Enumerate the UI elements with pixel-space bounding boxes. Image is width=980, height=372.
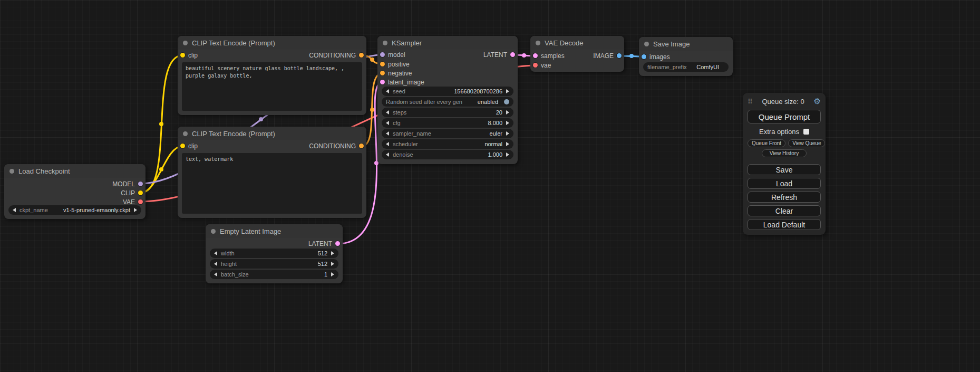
input-slot-positive[interactable]: positive [380, 60, 410, 69]
output-slot-clip[interactable]: CLIP [121, 188, 143, 197]
widget-seed[interactable]: seed 156680208700286 [382, 87, 513, 96]
widget-denoise[interactable]: denoise 1.000 [382, 150, 513, 159]
input-slot-clip[interactable]: clip [180, 141, 198, 150]
decrement-arrow-icon[interactable] [386, 110, 389, 115]
toggle-knob[interactable] [504, 99, 509, 104]
widget-random-seed-toggle[interactable]: Random seed after every gen enabled [382, 97, 513, 107]
output-slot-latent[interactable]: LATENT [308, 239, 340, 248]
load-button[interactable]: Load [748, 178, 821, 189]
prompt-textarea[interactable]: text, watermark [182, 153, 362, 214]
collapse-dot[interactable] [211, 229, 216, 234]
node-title-bar[interactable]: VAE Decode [530, 36, 624, 50]
increment-arrow-icon[interactable] [331, 262, 334, 266]
node-vae-decode[interactable]: VAE Decode samples vae IMAGE [530, 36, 624, 72]
increment-arrow-icon[interactable] [506, 152, 509, 157]
decrement-arrow-icon[interactable] [214, 272, 217, 276]
input-slot-images[interactable]: images [642, 52, 670, 61]
save-button[interactable]: Save [748, 164, 821, 175]
slot-dot-model[interactable] [138, 182, 143, 186]
view-queue-button[interactable]: View Queue [788, 139, 825, 147]
slot-dot-clip[interactable] [180, 53, 185, 58]
input-slot-model[interactable]: model [380, 50, 405, 59]
view-history-button[interactable]: View History [762, 149, 807, 157]
input-slot-samples[interactable]: samples [533, 51, 565, 60]
queue-prompt-button[interactable]: Queue Prompt [748, 110, 821, 123]
increment-arrow-icon[interactable] [506, 89, 509, 93]
slot-dot-latent[interactable] [335, 241, 340, 246]
widget-width[interactable]: width 512 [210, 249, 338, 258]
increment-arrow-icon[interactable] [134, 208, 137, 212]
widget-sampler-name[interactable]: sampler_name euler [382, 129, 513, 138]
clear-button[interactable]: Clear [748, 205, 821, 216]
slot-dot-clip[interactable] [180, 144, 185, 148]
node-save-image[interactable]: Save Image images filename_prefix ComfyU… [639, 37, 733, 76]
output-slot-conditioning[interactable]: CONDITIONING [309, 141, 364, 150]
slot-dot-latent[interactable] [510, 52, 515, 57]
collapse-dot[interactable] [383, 41, 387, 45]
slot-dot-image[interactable] [642, 54, 646, 59]
slot-dot-conditioning[interactable] [359, 53, 364, 58]
increment-arrow-icon[interactable] [506, 131, 509, 136]
increment-arrow-icon[interactable] [331, 251, 334, 255]
node-load-checkpoint[interactable]: Load Checkpoint MODEL CLIP VAE ckpt_name… [4, 164, 145, 219]
node-title-bar[interactable]: Save Image [639, 37, 733, 51]
collapse-dot[interactable] [183, 131, 188, 136]
slot-dot-image[interactable] [617, 53, 622, 58]
decrement-arrow-icon[interactable] [13, 208, 16, 212]
widget-scheduler[interactable]: scheduler normal [382, 139, 513, 149]
input-slot-vae[interactable]: vae [533, 61, 551, 70]
widget-batch-size[interactable]: batch_size 1 [210, 270, 338, 279]
node-clip-text-encode-positive[interactable]: CLIP Text Encode (Prompt) clip CONDITION… [178, 36, 366, 115]
collapse-dot[interactable] [183, 41, 188, 45]
output-slot-latent[interactable]: LATENT [483, 50, 515, 59]
decrement-arrow-icon[interactable] [386, 89, 389, 93]
slot-dot-clip[interactable] [138, 190, 143, 195]
node-ksampler[interactable]: KSampler model positive negative latent_… [377, 36, 518, 164]
collapse-dot[interactable] [644, 42, 649, 46]
collapse-dot[interactable] [9, 169, 14, 174]
widget-ckpt-name[interactable]: ckpt_name v1-5-pruned-emaonly.ckpt [8, 205, 141, 215]
increment-arrow-icon[interactable] [506, 142, 509, 146]
widget-height[interactable]: height 512 [210, 259, 338, 269]
node-title-bar[interactable]: CLIP Text Encode (Prompt) [178, 36, 366, 50]
output-slot-conditioning[interactable]: CONDITIONING [309, 51, 364, 60]
slot-dot-latent[interactable] [380, 80, 385, 84]
node-graph-canvas[interactable]: Load Checkpoint MODEL CLIP VAE ckpt_name… [0, 0, 980, 372]
prompt-textarea[interactable]: beautiful scenery nature glass bottle la… [182, 62, 362, 111]
input-slot-latent-image[interactable]: latent_image [380, 78, 424, 87]
settings-gear-icon[interactable]: ⚙ [814, 97, 821, 106]
slot-dot-latent[interactable] [533, 53, 538, 58]
decrement-arrow-icon[interactable] [386, 152, 389, 157]
load-default-button[interactable]: Load Default [748, 219, 821, 230]
output-slot-model[interactable]: MODEL [112, 179, 143, 188]
node-title-bar[interactable]: Load Checkpoint [4, 164, 145, 178]
decrement-arrow-icon[interactable] [386, 142, 389, 146]
node-empty-latent-image[interactable]: Empty Latent Image LATENT width 512 heig… [206, 224, 343, 283]
node-clip-text-encode-negative[interactable]: CLIP Text Encode (Prompt) clip CONDITION… [178, 127, 366, 218]
slot-dot-model[interactable] [380, 52, 385, 57]
queue-front-button[interactable]: Queue Front [748, 139, 785, 147]
output-slot-image[interactable]: IMAGE [593, 51, 622, 60]
input-slot-negative[interactable]: negative [380, 69, 412, 78]
decrement-arrow-icon[interactable] [214, 251, 217, 255]
slot-dot-conditioning[interactable] [359, 144, 364, 148]
decrement-arrow-icon[interactable] [386, 131, 389, 136]
node-title-bar[interactable]: Empty Latent Image [206, 224, 343, 238]
slot-dot-vae[interactable] [138, 199, 143, 204]
decrement-arrow-icon[interactable] [386, 121, 389, 125]
widget-cfg[interactable]: cfg 8.000 [382, 118, 513, 128]
extra-options-checkbox[interactable] [803, 129, 809, 135]
widget-steps[interactable]: steps 20 [382, 108, 513, 117]
increment-arrow-icon[interactable] [331, 272, 334, 276]
collapse-dot[interactable] [536, 41, 540, 45]
slot-dot-conditioning[interactable] [380, 62, 385, 66]
node-title-bar[interactable]: CLIP Text Encode (Prompt) [178, 127, 366, 140]
decrement-arrow-icon[interactable] [214, 262, 217, 266]
increment-arrow-icon[interactable] [506, 121, 509, 125]
input-slot-clip[interactable]: clip [180, 51, 198, 60]
increment-arrow-icon[interactable] [506, 110, 509, 115]
slot-dot-vae[interactable] [533, 63, 538, 68]
refresh-button[interactable]: Refresh [748, 192, 821, 203]
widget-filename-prefix[interactable]: filename_prefix ComfyUI [643, 62, 729, 72]
node-title-bar[interactable]: KSampler [377, 36, 518, 50]
